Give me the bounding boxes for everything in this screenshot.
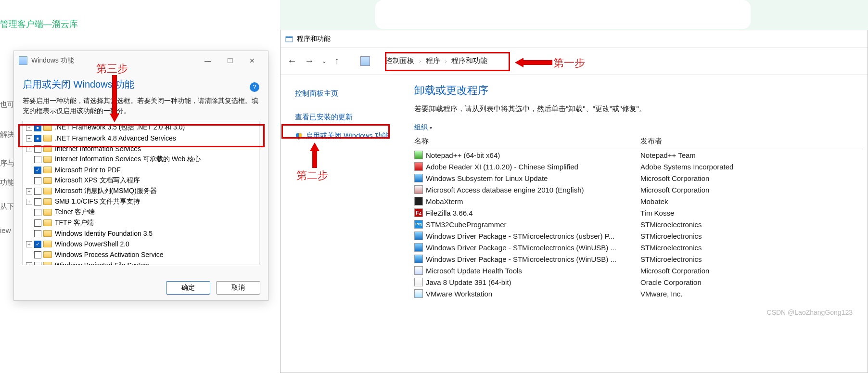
program-name: MobaXterm: [426, 197, 463, 206]
program-row[interactable]: Notepad++ (64-bit x64)Notepad++ Team: [414, 149, 863, 161]
feature-item[interactable]: +Windows Projected File System: [23, 260, 259, 265]
folder-icon: [43, 230, 52, 237]
annotation-step1: 第一步: [553, 56, 585, 70]
bg-text: 从下: [0, 202, 14, 211]
feature-item[interactable]: Internet Information Services 可承载的 Web 核…: [23, 154, 259, 165]
svg-marker-2: [515, 58, 552, 67]
titlebar[interactable]: Windows 功能 — ☐ ✕: [14, 51, 268, 70]
feature-item[interactable]: Microsoft Print to PDF: [23, 165, 259, 175]
close-button[interactable]: ✕: [241, 53, 263, 68]
program-name: VMware Workstation: [426, 290, 492, 298]
feature-label: Internet Information Services 可承载的 Web 核…: [55, 155, 201, 164]
bg-card: [375, 0, 751, 29]
forward-button[interactable]: →: [305, 55, 314, 66]
minimize-button[interactable]: —: [197, 53, 219, 68]
control-panel-window: 程序和功能 ← → ⌄ ↑ 控制面板 › 程序 › 程序和功能 控制面板主页 查…: [280, 30, 868, 373]
program-row[interactable]: Windows Driver Package - STMicroelectron…: [414, 253, 863, 265]
checkbox[interactable]: [34, 251, 41, 258]
checkbox[interactable]: [34, 198, 41, 206]
feature-item[interactable]: TFTP 客户端: [23, 218, 259, 228]
svg-rect-1: [286, 37, 293, 38]
folder-icon: [43, 241, 52, 247]
feature-label: Windows Process Activation Service: [55, 251, 164, 258]
ok-button[interactable]: 确定: [166, 281, 210, 295]
organize-menu[interactable]: 组织 ▾: [414, 123, 863, 132]
feature-item[interactable]: Windows Identity Foundation 3.5: [23, 228, 259, 239]
program-icon: [414, 185, 423, 194]
checkbox[interactable]: [34, 209, 41, 216]
program-publisher: STMicroelectronics: [640, 220, 785, 229]
back-button[interactable]: ←: [287, 55, 297, 66]
maximize-button[interactable]: ☐: [219, 53, 241, 68]
sidebar-home[interactable]: 控制面板主页: [295, 84, 405, 103]
program-row[interactable]: Windows Driver Package - STMicroelectron…: [414, 242, 863, 253]
feature-label: SMB 1.0/CIFS 文件共享支持: [55, 197, 140, 206]
checkbox[interactable]: [34, 241, 41, 248]
arrow-icon: [515, 56, 553, 69]
feature-item[interactable]: +SMB 1.0/CIFS 文件共享支持: [23, 196, 259, 207]
program-name: FileZilla 3.66.4: [426, 209, 473, 217]
folder-icon: [43, 209, 52, 216]
program-icon: Prg: [414, 220, 423, 229]
program-publisher: Adobe Systems Incorporated: [640, 163, 785, 171]
checkbox[interactable]: [34, 219, 41, 227]
program-row[interactable]: Microsoft Update Health ToolsMicrosoft C…: [414, 265, 863, 276]
feature-item[interactable]: Telnet 客户端: [23, 207, 259, 218]
program-row[interactable]: PrgSTM32CubeProgrammerSTMicroelectronics: [414, 219, 863, 230]
program-row[interactable]: Java 8 Update 391 (64-bit)Oracle Corpora…: [414, 276, 863, 288]
program-row[interactable]: VMware WorkstationVMware, Inc.: [414, 288, 863, 299]
feature-item[interactable]: +Windows PowerShell 2.0: [23, 239, 259, 249]
expand-icon[interactable]: +: [26, 262, 32, 266]
expand-icon[interactable]: +: [26, 188, 32, 194]
cancel-button[interactable]: 取消: [216, 281, 260, 295]
program-name: Windows Subsystem for Linux Update: [426, 174, 548, 182]
program-name: Microsoft Access database engine 2010 (E…: [426, 186, 584, 194]
page-title: 管理客户端—溜云库: [0, 18, 78, 30]
program-publisher: Microsoft Corporation: [640, 174, 785, 182]
svg-marker-4: [110, 75, 119, 122]
col-publisher[interactable]: 发布者: [640, 137, 785, 146]
program-icon: [414, 162, 423, 171]
feature-label: TFTP 客户端: [55, 219, 94, 227]
highlight-step3: [18, 124, 265, 147]
feature-label: Windows Identity Foundation 3.5: [55, 230, 153, 237]
program-row[interactable]: Microsoft Access database engine 2010 (E…: [414, 184, 863, 195]
history-dropdown[interactable]: ⌄: [322, 58, 327, 64]
help-button[interactable]: ?: [250, 82, 259, 92]
checkbox[interactable]: [34, 167, 41, 174]
arrow-icon: [308, 142, 321, 169]
program-name: Windows Driver Package - STMicroelectron…: [426, 255, 616, 263]
program-name: Microsoft Update Health Tools: [426, 267, 522, 275]
expand-icon[interactable]: +: [26, 199, 32, 205]
feature-label: Telnet 客户端: [55, 208, 95, 217]
titlebar[interactable]: 程序和功能: [281, 30, 868, 48]
checkbox[interactable]: [34, 156, 41, 163]
program-row[interactable]: Windows Driver Package - STMicroelectron…: [414, 230, 863, 242]
checkbox[interactable]: [34, 177, 41, 184]
watermark: CSDN @LaoZhangGong123: [767, 309, 853, 316]
program-icon: [414, 197, 423, 206]
column-headers[interactable]: 名称 发布者: [414, 137, 863, 149]
program-row[interactable]: FzFileZilla 3.66.4Tim Kosse: [414, 207, 863, 219]
program-row[interactable]: Windows Subsystem for Linux UpdateMicros…: [414, 172, 863, 184]
feature-item[interactable]: +Microsoft 消息队列(MSMQ)服务器: [23, 186, 259, 196]
folder-icon: [43, 219, 52, 226]
program-row[interactable]: MobaXtermMobatek: [414, 195, 863, 207]
col-name[interactable]: 名称: [414, 137, 640, 146]
folder-icon: [43, 188, 52, 194]
main-subtitle: 若要卸载程序，请从列表中将其选中，然后单击"卸载"、"更改"或"修复"。: [414, 104, 863, 114]
bg-text: 功能: [0, 178, 14, 187]
feature-item[interactable]: Microsoft XPS 文档写入程序: [23, 175, 259, 186]
up-button[interactable]: ↑: [334, 55, 339, 66]
folder-icon: [43, 177, 52, 184]
program-list[interactable]: Notepad++ (64-bit x64)Notepad++ TeamAdob…: [414, 149, 863, 299]
checkbox[interactable]: [34, 230, 41, 237]
folder-icon: [43, 262, 52, 265]
feature-item[interactable]: Windows Process Activation Service: [23, 249, 259, 260]
program-row[interactable]: Adobe Reader XI (11.0.20) - Chinese Simp…: [414, 161, 863, 172]
main-content: 卸载或更改程序 若要卸载程序，请从列表中将其选中，然后单击"卸载"、"更改"或"…: [405, 75, 868, 373]
location-icon: [360, 56, 370, 66]
expand-icon[interactable]: +: [26, 241, 32, 247]
checkbox[interactable]: [34, 262, 41, 266]
checkbox[interactable]: [34, 188, 41, 195]
